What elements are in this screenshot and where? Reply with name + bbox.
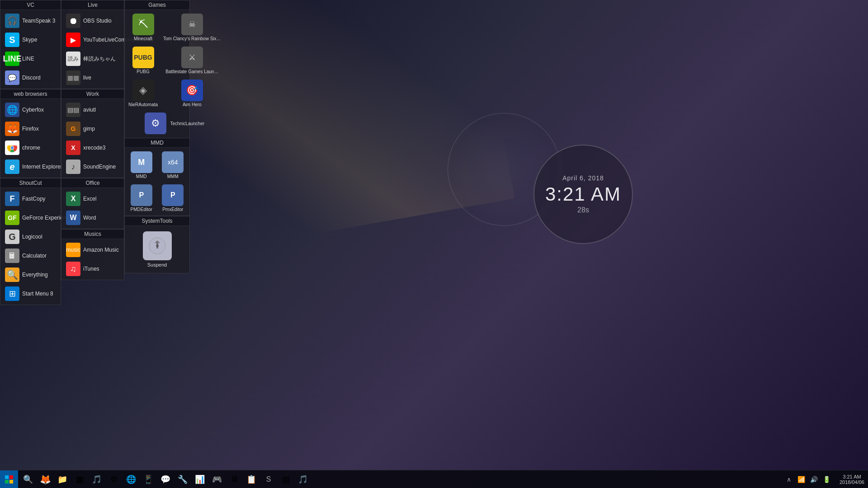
live-app-icon: ▦▦ xyxy=(66,70,80,85)
pubg-item[interactable]: PUBG PUBG xyxy=(127,45,160,76)
taskbar-search-icon[interactable]: 🔍 xyxy=(20,471,36,488)
gimp-item[interactable]: G gimp xyxy=(62,120,123,138)
taskbar-firefox-icon[interactable]: 🦊 xyxy=(37,471,53,488)
live-app-item[interactable]: ▦▦ live xyxy=(62,69,123,87)
taskbar-clock[interactable]: 3:21 AM 2018/04/06 xyxy=(836,474,868,485)
taskbar-app6-icon[interactable]: 💬 xyxy=(157,471,174,488)
technic-icon: ⚙ xyxy=(145,113,166,134)
suspend-item[interactable]: Suspend xyxy=(127,228,188,271)
pmd-item[interactable]: P PMDEditor xyxy=(127,183,156,214)
aimhero-label: Aim Hero xyxy=(183,102,202,107)
taskbar-app1-icon[interactable]: ▦ xyxy=(71,471,88,488)
svg-rect-6 xyxy=(9,475,13,479)
itunes-label: iTunes xyxy=(83,266,99,272)
skype-item[interactable]: S Skype xyxy=(1,31,60,49)
line-label: LINE xyxy=(22,56,34,62)
taskbar-app4-icon[interactable]: 🌐 xyxy=(123,471,139,488)
taskbar-app2-icon[interactable]: 🎵 xyxy=(89,471,105,488)
taskbar-app10-icon[interactable]: 🖥 xyxy=(226,471,242,488)
tray-battery[interactable]: 🔋 xyxy=(821,474,832,485)
work-panel-title: Work xyxy=(61,89,124,99)
taskbar-app13-icon[interactable]: ▤ xyxy=(278,471,294,488)
ytlcv-icon: ▶ xyxy=(66,33,80,47)
nier-icon: ◈ xyxy=(132,80,154,101)
taskbar-app14-icon[interactable]: 🎵 xyxy=(295,471,311,488)
nier-item[interactable]: ◈ NieRAutomata xyxy=(127,78,160,109)
musics-panel: Musics music Amazon Music ♫ iTunes xyxy=(61,229,124,280)
tray-network[interactable]: 📶 xyxy=(796,474,807,485)
taskbar-app5-icon[interactable]: 📱 xyxy=(140,471,156,488)
minecraft-item[interactable]: ⛏ Minecraft xyxy=(127,12,160,43)
logicool-item[interactable]: G Logicool xyxy=(1,228,60,246)
itunes-item[interactable]: ♫ iTunes xyxy=(62,260,123,278)
games-grid: ⛏ Minecraft ☠ Tom Clancy's Rainbow Six… … xyxy=(125,10,189,138)
line-item[interactable]: LINE LINE xyxy=(1,50,60,68)
shortcut-panel: ShoutCut F FastCopy GF GeForce Experienc… xyxy=(0,178,61,305)
discord-icon: 💬 xyxy=(5,70,19,85)
amazon-music-item[interactable]: music Amazon Music xyxy=(62,241,123,259)
soundengine-item[interactable]: ♪ SoundEngine xyxy=(62,158,123,176)
calculator-label: Calculator xyxy=(22,253,47,259)
calculator-item[interactable]: 🖩 Calculator xyxy=(1,247,60,265)
tray-chevron[interactable]: ∧ xyxy=(783,474,794,485)
yomichan-label: 棒読みちゃん xyxy=(83,55,116,63)
tray-volume[interactable]: 🔊 xyxy=(809,474,820,485)
chrome-item[interactable]: chrome xyxy=(1,139,60,157)
excel-item[interactable]: X Excel xyxy=(62,190,123,208)
aviutl-item[interactable]: ▤▤ aviutl xyxy=(62,101,123,119)
ie-label: Internet Explorer xyxy=(22,164,62,170)
soundengine-label: SoundEngine xyxy=(83,164,116,170)
teamspeak-item[interactable]: 🎧 TeamSpeak 3 xyxy=(1,12,60,30)
mmd-panel-title: MMD xyxy=(125,138,189,148)
discord-item[interactable]: 💬 Discord xyxy=(1,69,60,87)
ie-item[interactable]: e Internet Explorer xyxy=(1,158,60,176)
svg-point-2 xyxy=(11,146,14,149)
everything-item[interactable]: 🔍 Everything xyxy=(1,266,60,284)
taskbar-explorer-icon[interactable]: 📁 xyxy=(54,471,71,488)
pmx-label: PmxEditor xyxy=(162,207,183,212)
chrome-label: chrome xyxy=(22,145,40,151)
pmx-item[interactable]: P PmxEditor xyxy=(158,183,188,214)
technic-item[interactable]: ⚙ TechnicLauncher xyxy=(127,111,223,136)
vc-panel-title: VC xyxy=(0,0,61,10)
start-button[interactable] xyxy=(0,470,18,488)
taskbar-app8-icon[interactable]: 📊 xyxy=(192,471,208,488)
mmd-app-item[interactable]: M MMD xyxy=(127,150,156,181)
technic-label: TechnicLauncher xyxy=(170,121,204,126)
right-column: Live ⏺ OBS Studio ▶ YouTubeLiveCommentVi… xyxy=(61,0,124,280)
obs-item[interactable]: ⏺ OBS Studio xyxy=(62,12,123,30)
taskbar-app7-icon[interactable]: 🔧 xyxy=(175,471,191,488)
left-column: VC 🎧 TeamSpeak 3 S Skype LINE LINE 💬 Dis… xyxy=(0,0,61,305)
fastcopy-item[interactable]: F FastCopy xyxy=(1,190,60,208)
firefox-item[interactable]: 🦊 Firefox xyxy=(1,120,60,138)
chrome-icon xyxy=(5,141,19,155)
minecraft-icon: ⛏ xyxy=(132,14,154,35)
soundengine-icon: ♪ xyxy=(66,160,80,174)
shortcut-title: ShoutCut xyxy=(0,178,61,188)
xrecode-item[interactable]: X xrecode3 xyxy=(62,139,123,157)
word-item[interactable]: W Word xyxy=(62,209,123,227)
mmd-app-icon: M xyxy=(131,151,152,173)
ytlcv-item[interactable]: ▶ YouTubeLiveCommentViewer xyxy=(62,31,123,49)
aimhero-item[interactable]: 🎯 Aim Hero xyxy=(161,78,223,109)
battlestate-item[interactable]: ⚔ Battlestate Games Laun… xyxy=(161,45,223,76)
taskbar-app11-icon[interactable]: 📋 xyxy=(243,471,259,488)
taskbar-app12-icon[interactable]: S xyxy=(260,471,277,488)
web-browsers-items: 🌐 Cyberfox 🦊 Firefox xyxy=(0,99,61,178)
office-panel-title: Office xyxy=(61,178,124,188)
clock-date: April 6, 2018 xyxy=(562,174,604,182)
live-panel-title: Live xyxy=(61,0,124,10)
taskbar-app9-icon[interactable]: 🎮 xyxy=(209,471,225,488)
geforce-item[interactable]: GF GeForce Experience xyxy=(1,209,60,227)
tomclancy-item[interactable]: ☠ Tom Clancy's Rainbow Six… xyxy=(161,12,223,43)
battlestate-icon: ⚔ xyxy=(181,47,203,68)
mmm-item[interactable]: x64 MMM xyxy=(158,150,188,181)
yomichan-item[interactable]: 読み 棒読みちゃん xyxy=(62,50,123,68)
taskbar-app3-icon[interactable]: ⚙ xyxy=(106,471,122,488)
cyberfox-item[interactable]: 🌐 Cyberfox xyxy=(1,101,60,119)
office-panel: Office X Excel W Word xyxy=(61,178,124,229)
startmenu8-item[interactable]: ⊞ Start Menu 8 xyxy=(1,285,60,303)
yomichan-icon: 読み xyxy=(66,52,80,66)
systemtools-items: Suspend xyxy=(125,226,189,273)
svg-rect-7 xyxy=(5,480,9,483)
